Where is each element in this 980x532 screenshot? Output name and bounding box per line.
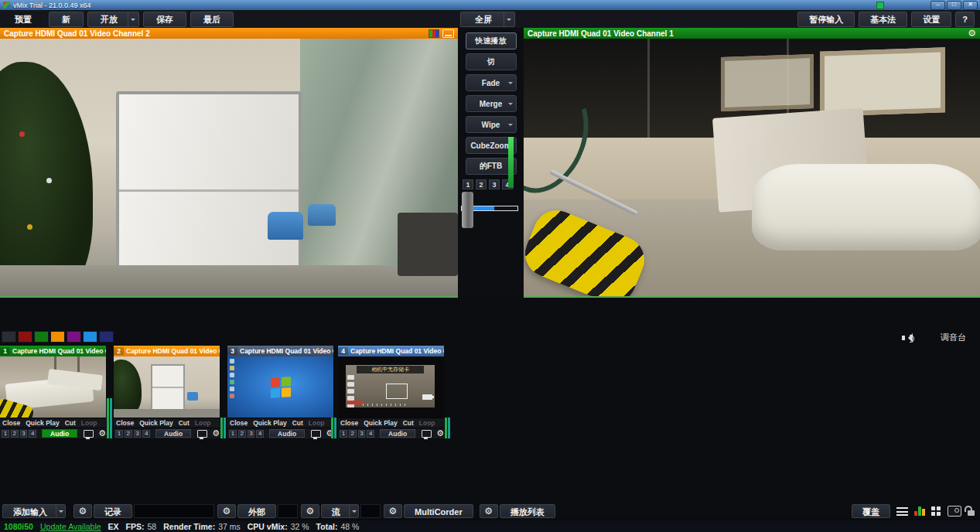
quick-play-input-button[interactable]: Quick Play [137,419,175,427]
t-bar-handle[interactable] [462,192,473,228]
loop-toggle[interactable]: Loop [193,419,213,427]
program-settings-gear-icon[interactable] [968,29,976,38]
record-button[interactable]: 记录 [94,504,132,518]
overlay-3-button[interactable]: 3 [248,430,255,438]
close-button[interactable]: ✕ [963,1,978,10]
preset-button[interactable]: 预置 [2,12,45,27]
overlay-4-button[interactable]: 4 [29,430,36,438]
input-4-titlebar[interactable]: 4 Capture HDMI Quad 01 Video Cha [338,346,444,356]
overlay-4-button[interactable]: 4 [256,430,264,438]
playlist-button[interactable]: 播放列表 [500,504,555,518]
category-swatch[interactable] [34,331,49,343]
basic-button[interactable]: 基本法 [859,12,907,27]
stream-button[interactable]: 流 [321,504,351,518]
category-swatch[interactable] [83,331,97,343]
transition-1-fade-button[interactable]: Fade [466,74,517,91]
overlay-3-button[interactable]: 3 [134,430,142,438]
menu-icon[interactable] [896,507,908,516]
cut-button[interactable]: 切 [466,53,517,70]
input-1-titlebar[interactable]: 1 Capture HDMI Quad 01 Video Cha [0,346,106,356]
input-1-thumbnail[interactable] [0,356,106,418]
speaker-icon[interactable] [902,333,914,343]
stream-dropdown-arrow-icon[interactable] [349,504,359,518]
loop-toggle[interactable]: Loop [79,419,100,427]
fullscreen-dropdown-arrow-icon[interactable] [504,12,515,27]
overlay-button[interactable]: 覆盖 [852,504,890,518]
overlay-4-button[interactable]: 4 [142,430,150,438]
cut-input-button[interactable]: Cut [63,419,78,427]
close-input-button[interactable]: Close [227,419,250,427]
fullscreen-monitor-icon[interactable] [84,430,94,438]
cut-input-button[interactable]: Cut [290,419,306,427]
overlay-1-button[interactable]: 1 [115,430,123,438]
audio-toggle-button[interactable]: Audio [155,429,191,438]
input-2-titlebar[interactable]: 2 Capture HDMI Quad 01 Video Cha [114,346,220,356]
close-input-button[interactable]: Close [0,419,22,427]
fullscreen-button[interactable]: 全屏 [460,12,507,27]
external-settings-gear-button[interactable] [217,504,236,518]
category-swatch[interactable] [67,331,81,343]
external-button[interactable]: 外部 [237,504,276,518]
close-input-button[interactable]: Close [114,419,136,427]
cut-input-button[interactable]: Cut [401,419,416,427]
overlay-3-button[interactable]: 3 [20,430,28,438]
snapshot-screen-icon[interactable] [948,506,961,517]
maximize-button[interactable]: □ [947,1,961,10]
add-input-button[interactable]: 添加输入 [2,504,58,518]
overlay-2-button[interactable]: 2 [238,430,246,438]
category-swatch[interactable] [2,331,16,343]
open-button[interactable]: 开放 [87,12,131,27]
playlist-settings-gear-button[interactable] [480,504,498,518]
overlay-1-button[interactable]: 1 [340,430,347,438]
update-available-link[interactable]: Update Available [40,522,101,531]
open-dropdown-arrow-icon[interactable] [128,12,139,27]
help-button[interactable]: ? [955,12,975,27]
overlay-1-button[interactable]: 1 [2,430,9,438]
multicorder-button[interactable]: MultiCorder [404,504,473,518]
transition-3-wipe-button[interactable]: Wipe [466,116,517,133]
last-button[interactable]: 最后 [190,12,234,27]
fullscreen-monitor-icon[interactable] [311,430,321,438]
overlay-1-button[interactable]: 1 [463,179,473,189]
transition-2-merge-button[interactable]: Merge [466,95,517,112]
quick-play-input-button[interactable]: Quick Play [251,419,289,427]
preview-colorbars-icon[interactable] [429,29,439,38]
category-swatch[interactable] [99,331,114,343]
input-3-titlebar[interactable]: 3 Capture HDMI Quad 01 Video Cha [227,346,333,356]
quick-play-button[interactable]: 快速播放 [466,32,517,49]
audio-toggle-button[interactable]: Audio [380,429,415,438]
cut-input-button[interactable]: Cut [176,419,192,427]
loop-toggle[interactable]: Loop [306,419,327,427]
save-button[interactable]: 保存 [143,12,186,27]
add-input-dropdown-arrow-icon[interactable] [56,504,66,518]
overlay-3-button[interactable]: 3 [358,430,366,438]
input-settings-gear-icon[interactable] [212,429,220,438]
audio-mixer-label[interactable]: 调音台 [941,332,966,343]
overlay-3-button[interactable]: 3 [489,179,500,189]
stream-settings-gear-button[interactable] [301,504,319,518]
category-swatch[interactable] [18,331,32,343]
multicorder-settings-gear-button[interactable] [384,504,402,518]
input-settings-gear-icon[interactable] [98,429,106,438]
preview-output-monitor-icon[interactable] [442,29,454,38]
input-2-thumbnail[interactable] [114,356,220,418]
audio-toggle-button[interactable]: Audio [42,429,77,438]
record-settings-gear-button[interactable] [73,504,92,518]
input-4-thumbnail[interactable]: 相机中无存储卡 [338,356,444,418]
overlay-2-button[interactable]: 2 [125,430,132,438]
new-button[interactable]: 新 [49,12,84,27]
fullscreen-monitor-icon[interactable] [422,430,432,438]
overlay-1-button[interactable]: 1 [229,430,237,438]
loop-toggle[interactable]: Loop [417,419,438,427]
overlay-4-button[interactable]: 4 [367,430,374,438]
close-input-button[interactable]: Close [338,419,360,427]
multiview-grid-icon[interactable] [931,506,941,517]
category-swatch[interactable] [50,331,65,343]
overlay-2-button[interactable]: 2 [349,430,357,438]
fullscreen-monitor-icon[interactable] [197,430,207,438]
overlay-2-button[interactable]: 2 [11,430,19,438]
quick-play-input-button[interactable]: Quick Play [23,419,61,427]
minimize-button[interactable]: – [930,1,945,10]
audio-levels-icon[interactable] [914,506,925,516]
settings-button[interactable]: 设置 [911,12,951,27]
